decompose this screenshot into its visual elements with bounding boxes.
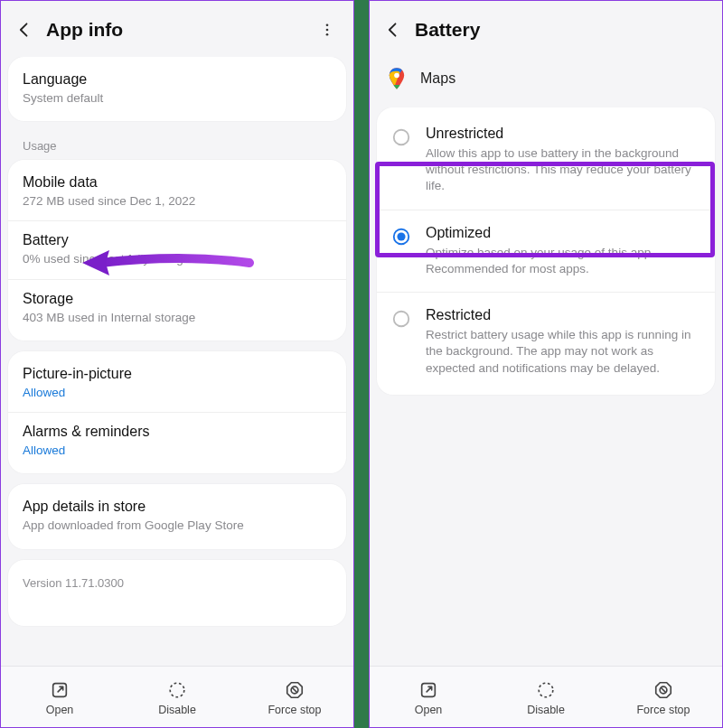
svg-point-1	[326, 29, 329, 32]
row-label: Storage	[23, 291, 332, 307]
open-icon	[418, 680, 438, 700]
page-title: App info	[46, 19, 123, 41]
appbar: Battery	[370, 1, 722, 57]
back-button[interactable]	[382, 17, 409, 42]
disable-button[interactable]: Disable	[119, 680, 236, 716]
row-pip[interactable]: Picture-in-picture Allowed	[8, 355, 346, 412]
disable-icon	[167, 680, 187, 700]
row-alarms[interactable]: Alarms & reminders Allowed	[8, 412, 346, 470]
svg-point-2	[326, 33, 329, 36]
disable-label: Disable	[527, 704, 565, 716]
bottom-bar: Open Disable Force stop	[370, 666, 722, 727]
radio-label: Unrestricted	[426, 126, 700, 142]
row-storage[interactable]: Storage 403 MB used in Internal storage	[8, 279, 346, 337]
more-vert-icon	[319, 22, 335, 38]
svg-point-9	[397, 232, 405, 240]
row-store-details[interactable]: App details in store App downloaded from…	[8, 488, 346, 545]
row-sub: App downloaded from Google Play Store	[23, 518, 332, 534]
open-button[interactable]: Open	[371, 680, 487, 716]
row-sub: System default	[23, 90, 332, 107]
open-icon	[50, 680, 70, 700]
row-label: Picture-in-picture	[23, 366, 332, 382]
radio-sub: Optimize based on your usage of this app…	[426, 245, 700, 277]
radio-unchecked-icon	[391, 127, 411, 147]
section-header-usage: Usage	[8, 132, 346, 160]
force-stop-button[interactable]: Force stop	[237, 680, 353, 716]
row-label: App details in store	[23, 499, 332, 515]
app-name: Maps	[420, 70, 455, 87]
svg-point-12	[539, 683, 553, 697]
radio-label: Optimized	[426, 225, 700, 241]
radio-checked-icon	[391, 227, 411, 247]
open-label: Open	[415, 704, 443, 716]
appbar: App info	[1, 1, 353, 57]
force-stop-icon	[285, 680, 305, 700]
row-label: Battery	[23, 232, 332, 248]
row-sub: 0% used since last fully charged	[23, 251, 332, 267]
radio-optimized[interactable]: Optimized Optimize based on your usage o…	[377, 210, 715, 292]
row-label: Alarms & reminders	[23, 424, 332, 440]
radio-restricted[interactable]: Restricted Restrict battery usage while …	[377, 292, 715, 391]
app-identity: Maps	[370, 57, 722, 107]
svg-point-6	[394, 73, 399, 79]
back-button[interactable]	[14, 17, 41, 42]
disable-button[interactable]: Disable	[488, 680, 605, 716]
row-sub: Allowed	[23, 443, 332, 459]
content: Unrestricted Allow this app to use batte…	[370, 107, 722, 666]
radio-unrestricted[interactable]: Unrestricted Allow this app to use batte…	[377, 111, 715, 210]
row-sub: 403 MB used in Internal storage	[23, 310, 332, 326]
row-label: Mobile data	[23, 174, 332, 191]
back-icon	[15, 21, 33, 39]
bottom-bar: Open Disable Force stop	[1, 666, 353, 727]
maps-icon	[384, 66, 409, 91]
radio-sub: Restrict battery usage while this app is…	[426, 327, 700, 377]
svg-point-0	[326, 23, 329, 26]
disable-label: Disable	[158, 704, 196, 716]
open-button[interactable]: Open	[2, 680, 118, 716]
svg-point-10	[394, 312, 409, 327]
force-stop-label: Force stop	[636, 704, 690, 716]
svg-point-7	[394, 130, 409, 145]
radio-label: Restricted	[426, 307, 700, 323]
row-sub: Allowed	[23, 385, 332, 401]
radio-sub: Allow this app to use battery in the bac…	[426, 145, 700, 195]
force-stop-button[interactable]: Force stop	[606, 680, 722, 716]
row-label: Language	[23, 71, 332, 88]
radio-unchecked-icon	[391, 309, 411, 329]
radio-button[interactable]	[391, 127, 411, 147]
radio-button[interactable]	[391, 227, 411, 247]
screen-battery: Battery Maps Unrestricted Allow this app…	[369, 0, 723, 728]
svg-point-4	[170, 683, 184, 697]
content: Language System default Usage Mobile dat…	[1, 57, 353, 666]
more-button[interactable]	[314, 18, 341, 42]
page-title: Battery	[415, 19, 480, 41]
version-text: Version 11.71.0300	[8, 564, 346, 590]
force-stop-icon	[653, 680, 673, 700]
row-language[interactable]: Language System default	[8, 61, 346, 117]
row-mobile-data[interactable]: Mobile data 272 MB used since Dec 1, 202…	[8, 163, 346, 220]
open-label: Open	[46, 704, 74, 716]
radio-button[interactable]	[391, 309, 411, 329]
row-sub: 272 MB used since Dec 1, 2022	[23, 193, 332, 210]
force-stop-label: Force stop	[268, 704, 321, 716]
row-battery[interactable]: Battery 0% used since last fully charged	[8, 220, 346, 278]
screen-app-info: App info Language System default Usage M…	[0, 0, 354, 728]
disable-icon	[536, 680, 556, 700]
back-icon	[384, 21, 402, 39]
